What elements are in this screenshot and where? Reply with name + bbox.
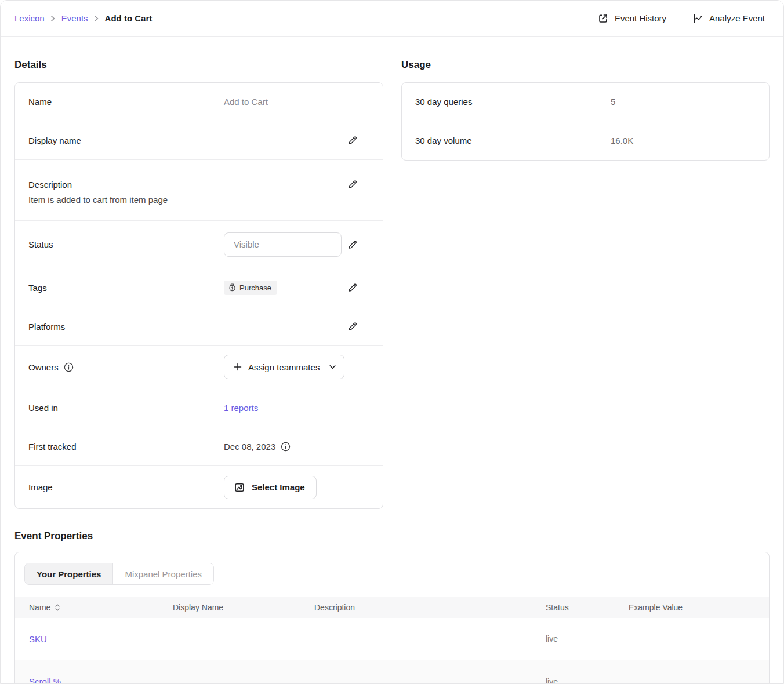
breadcrumb-events[interactable]: Events: [61, 13, 88, 23]
first-tracked-label: First tracked: [28, 442, 224, 452]
detail-row-display-name: Display name: [15, 121, 383, 160]
usage-row-queries: 30 day queries 5: [402, 83, 769, 121]
property-status: live: [546, 677, 629, 684]
select-image-button[interactable]: Select Image: [224, 476, 317, 499]
status-select[interactable]: Visible: [224, 232, 342, 257]
detail-row-status: Status Visible: [15, 221, 383, 268]
pencil-icon: [347, 239, 358, 250]
edit-display-name-button[interactable]: [347, 134, 358, 146]
breadcrumb: Lexicon Events Add to Cart: [14, 13, 152, 23]
edit-status-button[interactable]: [347, 239, 358, 250]
column-header-status: Status: [546, 603, 629, 612]
info-icon[interactable]: [64, 362, 74, 372]
detail-row-tags: Tags Purchase: [15, 268, 383, 307]
property-name-link[interactable]: SKU: [29, 634, 173, 644]
display-name-label: Display name: [28, 136, 224, 145]
tab-your-properties[interactable]: Your Properties: [25, 563, 112, 584]
assign-teammates-button[interactable]: Assign teammates: [224, 355, 344, 379]
volume-value: 16.0K: [611, 136, 633, 145]
assign-teammates-label: Assign teammates: [248, 362, 320, 372]
usage-card: 30 day queries 5 30 day volume 16.0K: [401, 82, 770, 161]
column-header-description: Description: [314, 603, 546, 612]
platforms-label: Platforms: [28, 322, 224, 332]
used-in-label: Used in: [28, 403, 224, 413]
detail-row-description: Description Item is added to ca: [15, 160, 383, 221]
header-actions: Event History Analyze Event: [597, 13, 765, 24]
tag-chip-purchase: Purchase: [224, 281, 277, 295]
detail-row-image: Image Select Image: [15, 466, 383, 508]
image-icon: [234, 482, 245, 493]
property-name-link[interactable]: Scroll %: [29, 676, 173, 684]
top-bar: Lexicon Events Add to Cart Event Hist: [1, 1, 783, 37]
sort-icon: [55, 603, 60, 612]
main-content: Details Name Add to Cart Display name: [1, 37, 783, 684]
analyze-event-button[interactable]: Analyze Event: [692, 13, 765, 24]
lexicon-event-detail-page: Lexicon Events Add to Cart Event Hist: [0, 0, 784, 684]
chevron-down-icon: [329, 365, 336, 369]
event-properties-card: Your Properties Mixpanel Properties Name: [14, 552, 770, 684]
edit-tags-button[interactable]: [347, 282, 358, 293]
queries-value: 5: [611, 97, 615, 107]
status-label: Status: [28, 239, 224, 249]
pencil-icon: [347, 179, 358, 190]
edit-platforms-button[interactable]: [347, 321, 358, 332]
tab-mixpanel-properties[interactable]: Mixpanel Properties: [112, 563, 213, 584]
details-card: Name Add to Cart Display name: [14, 82, 383, 509]
column-header-example-value: Example Value: [629, 603, 769, 612]
description-value: Item is added to cart from item page: [28, 195, 358, 205]
detail-row-platforms: Platforms: [15, 307, 383, 346]
properties-tab-group: Your Properties Mixpanel Properties: [24, 563, 214, 585]
usage-row-volume: 30 day volume 16.0K: [402, 121, 769, 160]
name-label: Name: [28, 97, 224, 107]
owners-label: Owners: [28, 362, 59, 372]
pencil-icon: [347, 282, 358, 293]
external-link-icon: [597, 13, 609, 24]
table-row-scroll[interactable]: Scroll % live: [15, 660, 769, 684]
properties-table: Name Display Name Description Status Exa…: [15, 597, 769, 684]
breadcrumb-current-event: Add to Cart: [105, 13, 153, 23]
breadcrumb-lexicon[interactable]: Lexicon: [14, 13, 45, 23]
properties-table-header: Name Display Name Description Status Exa…: [15, 597, 769, 618]
detail-row-used-in: Used in 1 reports: [15, 388, 383, 427]
analyze-event-label: Analyze Event: [709, 13, 765, 23]
column-header-display-name: Display Name: [173, 603, 314, 612]
line-chart-icon: [692, 13, 703, 24]
detail-row-first-tracked: First tracked Dec 08, 2023: [15, 427, 383, 466]
volume-label: 30 day volume: [415, 136, 611, 145]
table-row-sku[interactable]: SKU live: [15, 618, 769, 660]
chevron-right-icon: [50, 16, 56, 21]
edit-description-button[interactable]: [347, 179, 358, 190]
event-history-label: Event History: [615, 13, 666, 23]
tag-label: Purchase: [239, 283, 271, 292]
pencil-icon: [347, 321, 358, 332]
name-value: Add to Cart: [224, 97, 268, 107]
info-icon[interactable]: [281, 442, 291, 452]
usage-heading: Usage: [401, 59, 770, 71]
event-history-button[interactable]: Event History: [597, 13, 666, 24]
first-tracked-value: Dec 08, 2023: [224, 442, 275, 452]
image-label: Image: [28, 482, 224, 492]
used-in-reports-link[interactable]: 1 reports: [224, 403, 258, 413]
queries-label: 30 day queries: [415, 97, 611, 107]
tags-label: Tags: [28, 283, 224, 293]
property-status: live: [546, 634, 629, 643]
detail-row-owners: Owners: [15, 346, 383, 388]
description-label: Description: [28, 180, 224, 190]
select-image-label: Select Image: [252, 482, 305, 492]
event-properties-heading: Event Properties: [14, 530, 770, 543]
chevron-right-icon: [94, 16, 99, 21]
money-bag-icon: [228, 283, 236, 292]
pencil-icon: [347, 134, 358, 146]
plus-icon: [233, 362, 242, 372]
details-heading: Details: [14, 59, 383, 71]
detail-row-name: Name Add to Cart: [15, 83, 383, 121]
column-header-name[interactable]: Name: [29, 603, 173, 612]
